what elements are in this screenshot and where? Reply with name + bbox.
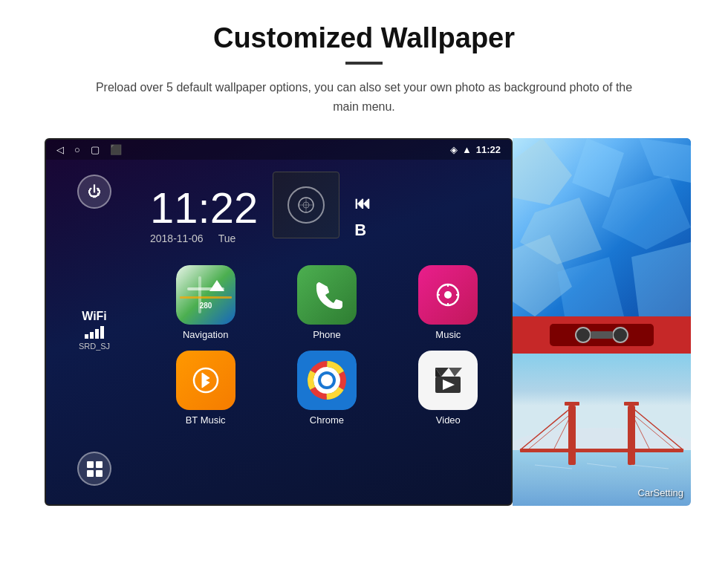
status-bar-left: ◁ ○ ▢ ⬛ bbox=[56, 144, 122, 155]
wifi-bar-1 bbox=[85, 334, 88, 339]
android-main: ⏻ WiFi SRD_SJ bbox=[46, 160, 511, 501]
svg-point-11 bbox=[444, 291, 452, 299]
wifi-bar-2 bbox=[90, 332, 94, 339]
location-icon: ◈ bbox=[450, 144, 458, 155]
app-label-video: Video bbox=[436, 414, 461, 426]
svg-rect-4 bbox=[176, 265, 235, 325]
app-item-chrome[interactable]: Chrome bbox=[271, 351, 382, 426]
power-icon: ⏻ bbox=[88, 184, 101, 200]
clock-widget: 11:22 2018-11-06 Tue bbox=[150, 172, 258, 252]
apps-dot-2 bbox=[96, 461, 103, 468]
android-screen: ◁ ○ ▢ ⬛ ◈ ▲ 11:22 ⏻ WiFi bbox=[45, 138, 513, 506]
home-nav-icon: ○ bbox=[74, 144, 80, 155]
page-subtitle: Preload over 5 default wallpaper options… bbox=[82, 78, 646, 116]
page-title: Customized Wallpaper bbox=[213, 22, 515, 54]
clock-date: 2018-11-06 Tue bbox=[150, 232, 258, 244]
clock-day-value: Tue bbox=[218, 232, 236, 244]
apps-dot-1 bbox=[87, 461, 94, 468]
svg-text:280: 280 bbox=[199, 302, 212, 310]
apps-grid-icon bbox=[87, 461, 103, 477]
apps-button[interactable] bbox=[77, 452, 111, 486]
status-bar: ◁ ○ ▢ ⬛ ◈ ▲ 11:22 bbox=[46, 140, 511, 160]
status-time: 11:22 bbox=[476, 144, 501, 155]
wifi-bar-3 bbox=[95, 329, 99, 339]
status-bar-right: ◈ ▲ 11:22 bbox=[450, 144, 501, 155]
app-label-chrome: Chrome bbox=[310, 414, 344, 426]
car-setting-label: CarSetting bbox=[638, 487, 683, 498]
clock-date-value: 2018-11-06 bbox=[150, 232, 204, 244]
app-label-phone: Phone bbox=[313, 329, 341, 340]
wifi-widget: WiFi SRD_SJ bbox=[79, 310, 110, 351]
power-button[interactable]: ⏻ bbox=[77, 175, 111, 209]
android-center: 11:22 2018-11-06 Tue bbox=[143, 160, 511, 501]
media-skip-icon[interactable]: ⏮ bbox=[354, 194, 371, 213]
wifi-bars bbox=[79, 326, 110, 339]
app-label-navigation: Navigation bbox=[183, 329, 228, 340]
back-nav-icon: ◁ bbox=[56, 144, 64, 155]
wallpaper-panel: CarSetting bbox=[513, 138, 691, 506]
media-album-art bbox=[273, 172, 339, 238]
media-track-icon[interactable]: B bbox=[354, 221, 371, 240]
app-label-btmusic: BT Music bbox=[186, 414, 226, 426]
android-sidebar: ⏻ WiFi SRD_SJ bbox=[46, 160, 143, 501]
svg-point-41 bbox=[613, 328, 628, 342]
app-item-music[interactable]: Music bbox=[393, 265, 504, 340]
svg-rect-56 bbox=[520, 449, 683, 452]
title-divider bbox=[345, 62, 383, 65]
app-item-phone[interactable]: Phone bbox=[271, 265, 382, 340]
app-item-btmusic[interactable]: BT Music bbox=[150, 351, 261, 426]
app-grid: 280 Navigation Phone bbox=[150, 258, 504, 440]
wallpaper-option-ice[interactable] bbox=[513, 138, 691, 316]
svg-point-40 bbox=[576, 328, 591, 342]
signal-icon: ▲ bbox=[462, 144, 472, 155]
clock-time: 11:22 bbox=[150, 186, 258, 230]
svg-rect-42 bbox=[591, 331, 613, 339]
svg-rect-58 bbox=[624, 402, 639, 406]
media-play-icon bbox=[287, 186, 325, 224]
svg-rect-7 bbox=[180, 296, 232, 299]
wifi-ssid: SRD_SJ bbox=[79, 342, 110, 351]
svg-rect-57 bbox=[565, 402, 579, 406]
screenshot-container: ◁ ○ ▢ ⬛ ◈ ▲ 11:22 ⏻ WiFi bbox=[45, 138, 683, 506]
wifi-title-text: WiFi bbox=[79, 310, 110, 323]
apps-dot-3 bbox=[87, 470, 94, 477]
app-item-navigation[interactable]: 280 Navigation bbox=[150, 265, 261, 340]
apps-dot-4 bbox=[96, 470, 103, 477]
svg-point-23 bbox=[321, 374, 333, 386]
svg-marker-25 bbox=[449, 368, 462, 377]
wallpaper-option-cassette[interactable] bbox=[513, 316, 691, 354]
app-label-music: Music bbox=[435, 329, 461, 340]
app-item-video[interactable]: Video bbox=[393, 351, 504, 426]
recent-nav-icon: ▢ bbox=[91, 144, 100, 155]
wallpaper-option-bridge[interactable]: CarSetting bbox=[513, 354, 691, 506]
photo-nav-icon: ⬛ bbox=[110, 144, 122, 155]
wifi-bar-4 bbox=[100, 326, 104, 339]
